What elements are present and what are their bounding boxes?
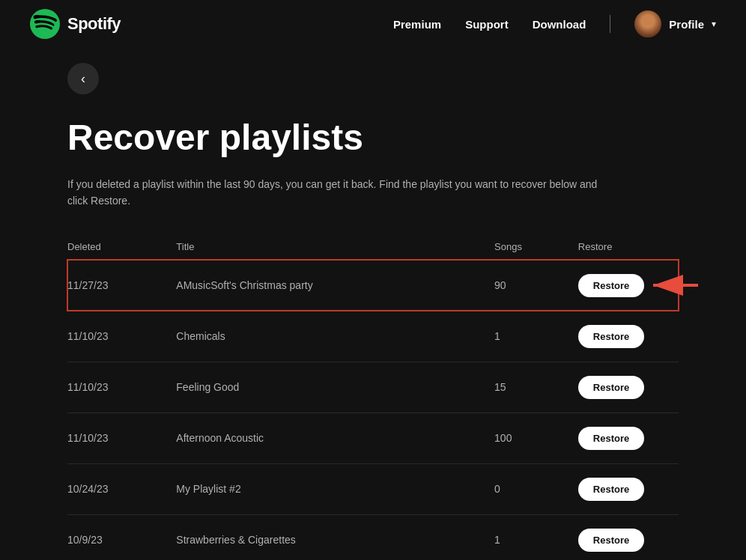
cell-songs: 1 (494, 311, 578, 362)
table-row: 11/10/23Afternoon Acoustic100Restore (67, 413, 679, 463)
svg-point-0 (30, 9, 60, 39)
cell-title: My Playlist #2 (176, 463, 494, 514)
table-row: 11/27/23AMusicSoft's Christmas party90Re… (67, 260, 679, 311)
cell-deleted-date: 11/10/23 (67, 413, 176, 463)
playlists-table: Deleted Title Songs Restore 11/27/23AMus… (67, 234, 679, 560)
col-header-restore: Restore (578, 234, 679, 261)
nav-support[interactable]: Support (465, 18, 509, 31)
table-row: 10/9/23Strawberries & Cigarettes1Restore (67, 514, 679, 560)
restore-button[interactable]: Restore (578, 274, 644, 297)
cell-title: AMusicSoft's Christmas party (176, 260, 494, 311)
cell-restore: Restore (578, 362, 679, 413)
cell-restore: Restore (578, 311, 679, 362)
nav-premium[interactable]: Premium (393, 18, 441, 31)
cell-deleted-date: 11/27/23 (67, 260, 176, 311)
col-header-songs: Songs (494, 234, 578, 261)
cell-songs: 90 (494, 260, 578, 311)
cell-deleted-date: 10/24/23 (67, 463, 176, 514)
nav-divider (610, 15, 610, 33)
restore-button[interactable]: Restore (578, 427, 644, 450)
restore-button[interactable]: Restore (578, 376, 644, 399)
cell-songs: 1 (494, 514, 578, 560)
spotify-wordmark: Spotify (67, 14, 121, 34)
cell-title: Strawberries & Cigarettes (176, 514, 494, 560)
spotify-logo-icon (30, 9, 60, 39)
main-content: ‹ Recover playlists If you deleted a pla… (0, 48, 746, 560)
cell-songs: 0 (494, 463, 578, 514)
table-header-row: Deleted Title Songs Restore (67, 234, 679, 261)
back-button[interactable]: ‹ (67, 63, 99, 94)
cell-deleted-date: 11/10/23 (67, 311, 176, 362)
profile-label: Profile (669, 18, 704, 31)
cell-title: Afternoon Acoustic (176, 413, 494, 463)
header: Spotify Premium Support Download Profile… (0, 0, 746, 48)
restore-button[interactable]: Restore (578, 478, 644, 501)
cell-restore: Restore (578, 413, 679, 463)
page-title: Recover playlists (67, 118, 679, 158)
cell-restore: Restore (578, 514, 679, 560)
table-row: 10/24/23My Playlist #20Restore (67, 463, 679, 514)
logo-area[interactable]: Spotify (30, 9, 121, 39)
col-header-deleted: Deleted (67, 234, 176, 261)
restore-button[interactable]: Restore (578, 325, 644, 348)
main-nav: Premium Support Download Profile ▾ (393, 10, 716, 37)
cell-songs: 15 (494, 362, 578, 413)
restore-button[interactable]: Restore (578, 529, 644, 552)
nav-download[interactable]: Download (533, 18, 586, 31)
cell-title: Chemicals (176, 311, 494, 362)
chevron-down-icon: ▾ (712, 19, 716, 29)
back-arrow-icon: ‹ (81, 71, 85, 87)
cell-deleted-date: 10/9/23 (67, 514, 176, 560)
table-row: 11/10/23Feeling Good15Restore (67, 362, 679, 413)
cell-songs: 100 (494, 413, 578, 463)
cell-title: Feeling Good (176, 362, 494, 413)
profile-menu[interactable]: Profile ▾ (634, 10, 716, 37)
page-description: If you deleted a playlist within the las… (67, 176, 607, 210)
cell-deleted-date: 11/10/23 (67, 362, 176, 413)
avatar (634, 10, 661, 37)
cell-restore: Restore (578, 260, 679, 311)
cell-restore: Restore (578, 463, 679, 514)
col-header-title: Title (176, 234, 494, 261)
table-row: 11/10/23Chemicals1Restore (67, 311, 679, 362)
